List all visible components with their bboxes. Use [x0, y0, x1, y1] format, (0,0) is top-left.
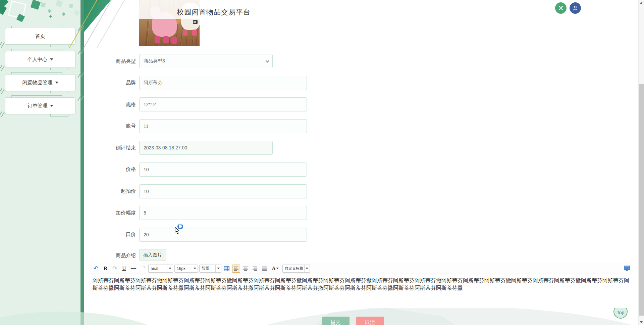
brand-input[interactable]: [139, 76, 307, 90]
countdown-end-input[interactable]: [139, 141, 273, 155]
caret-down-icon: [50, 58, 53, 60]
buyout-price-input[interactable]: [139, 228, 307, 242]
font-size-select[interactable]: 16px: [174, 265, 198, 273]
font-color-icon[interactable]: A: [270, 265, 281, 273]
paragraph-format-select[interactable]: 段落: [199, 265, 221, 273]
field-label: 价格: [109, 166, 136, 173]
sidebar-item-label: 个人中心: [28, 56, 48, 63]
field-label: 倒计结束: [109, 145, 136, 151]
form-actions: 提交 取消: [75, 317, 630, 325]
sidebar-item-order-management[interactable]: 订单管理: [5, 97, 75, 114]
selected-option: 商品类型3: [144, 58, 165, 64]
sidebar-item-label: 订单管理: [28, 103, 48, 109]
chevron-down-icon: [276, 268, 279, 269]
header-actions: [555, 2, 581, 14]
account-input[interactable]: [139, 119, 307, 133]
caret-down-icon: [55, 82, 58, 84]
sidebar-item-home[interactable]: 首页: [5, 28, 75, 45]
sidebar-item-label: 闲置物品管理: [22, 80, 53, 86]
chevron-down-icon: [266, 59, 269, 62]
field-label: 起拍价: [109, 188, 136, 194]
spec-input[interactable]: [139, 97, 307, 111]
cancel-button[interactable]: 取消: [356, 317, 384, 325]
custom-heading-select[interactable]: 自定义标题: [282, 265, 310, 273]
form-row-price: 价格: [109, 162, 307, 177]
field-label: 一口价: [109, 231, 136, 238]
chevron-down-icon: [215, 265, 221, 272]
sidebar-nav: 首页 个人中心 闲置物品管理 订单管理: [0, 28, 80, 121]
field-label: 商品类型: [109, 58, 136, 64]
price-input[interactable]: [139, 162, 307, 177]
fullscreen-monitor-icon[interactable]: [624, 266, 630, 271]
user-icon[interactable]: [570, 2, 581, 14]
decor-slashes: [0, 88, 2, 94]
mouse-cursor-icon: [175, 227, 180, 236]
app-window: 首页 个人中心 闲置物品管理 订单管理: [0, 0, 644, 325]
rich-text-editor: ↶ B ↶ U — arial 16px 段落: [89, 263, 633, 308]
decor-slashes: [0, 65, 2, 71]
table-icon[interactable]: [223, 265, 231, 273]
field-label: 商品介绍: [109, 252, 136, 259]
form-row-brand: 品牌: [109, 76, 307, 90]
align-justify-icon[interactable]: [260, 265, 268, 273]
form-row-start-price: 起拍价: [109, 184, 307, 198]
chevron-down-icon: [304, 265, 310, 272]
bold-icon[interactable]: B: [101, 265, 109, 273]
submit-button[interactable]: 提交: [322, 317, 350, 325]
align-center-icon[interactable]: [241, 265, 250, 273]
redo-icon[interactable]: ↶: [111, 265, 119, 273]
form-row-type: 商品类型 商品类型3: [109, 54, 307, 68]
form-row-account: 账号: [109, 119, 307, 133]
editor-toolbar: ↶ B ↶ U — arial 16px 段落: [89, 263, 633, 274]
chevron-down-icon: [192, 265, 198, 272]
sidebar-item-idle-goods-management[interactable]: 闲置物品管理: [5, 74, 75, 91]
bid-increment-input[interactable]: [139, 206, 307, 220]
caret-down-icon: [50, 105, 53, 107]
form-row-spec: 规格: [109, 97, 307, 111]
decor-slashes: [0, 111, 2, 117]
decor-slashes: [0, 42, 2, 47]
form-row-buyout-price: 一口价: [109, 228, 307, 242]
scroll-down-arrow-icon[interactable]: [640, 321, 643, 323]
start-price-input[interactable]: [139, 184, 307, 198]
product-form: 商品类型 商品类型3 品牌 规格 账号 倒计结束 价格 起拍价: [109, 54, 307, 261]
form-row-countdown-end: 倒计结束: [109, 141, 307, 155]
undo-icon[interactable]: ↶: [92, 265, 100, 273]
font-family-select[interactable]: arial: [148, 265, 173, 273]
new-document-icon[interactable]: [139, 265, 147, 273]
sidebar-item-personal-center[interactable]: 个人中心: [5, 51, 75, 68]
field-label: 加价幅度: [109, 210, 136, 216]
editor-content[interactable]: 阿斯蒂芬阿斯蒂芬阿斯蒂芬撒阿斯蒂芬阿斯蒂芬阿斯蒂芬撒阿斯蒂芬阿斯蒂芬阿斯蒂芬撒阿…: [89, 274, 633, 308]
expand-arrows-icon[interactable]: [555, 2, 567, 14]
field-label: 规格: [109, 101, 136, 108]
video-badge-icon: [193, 20, 198, 24]
form-row-intro: 商品介绍 插入图片: [109, 249, 307, 261]
page-title: 校园闲置物品交易平台: [177, 7, 251, 17]
align-right-icon[interactable]: [251, 265, 259, 273]
product-type-select[interactable]: 商品类型3: [139, 54, 273, 68]
align-left-icon[interactable]: [232, 265, 240, 273]
vertical-scrollbar[interactable]: [638, 0, 644, 325]
insert-image-button[interactable]: 插入图片: [139, 249, 166, 261]
field-label: 品牌: [109, 80, 136, 86]
underline-icon[interactable]: U: [120, 265, 128, 273]
horizontal-rule-icon[interactable]: —: [129, 265, 138, 273]
chevron-down-icon: [167, 265, 173, 272]
form-row-bid-increment: 加价幅度: [109, 206, 307, 220]
sidebar-decor-pattern: [0, 0, 80, 29]
scroll-up-arrow-icon[interactable]: [640, 2, 643, 4]
sidebar: 首页 个人中心 闲置物品管理 订单管理: [0, 0, 84, 325]
scrollbar-thumb[interactable]: [639, 84, 644, 316]
field-label: 账号: [109, 123, 136, 129]
sidebar-divider: [80, 0, 84, 325]
sidebar-item-label: 首页: [35, 33, 45, 40]
